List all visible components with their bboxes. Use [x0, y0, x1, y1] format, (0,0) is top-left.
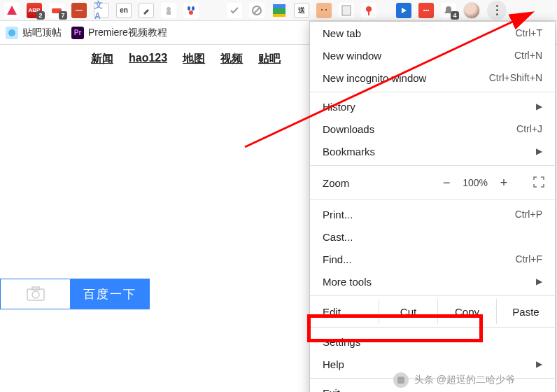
ext-dots-icon[interactable]: ••• [418, 3, 434, 18]
chrome-menu: New tab Ctrl+T New window Ctrl+N New inc… [309, 21, 556, 392]
svg-point-5 [192, 6, 195, 10]
svg-marker-16 [402, 8, 407, 13]
ext-check-icon[interactable] [227, 3, 242, 18]
ext-bell-icon[interactable]: 4 [441, 3, 456, 18]
submenu-arrow-icon: ▶ [536, 276, 542, 286]
bookmark-label: Premiere视频教程 [88, 27, 167, 39]
svg-rect-20 [32, 287, 39, 290]
submenu-arrow-icon: ▶ [536, 146, 542, 156]
menu-new-window[interactable]: New window Ctrl+N [310, 44, 555, 66]
svg-point-7 [253, 6, 261, 15]
svg-line-8 [254, 8, 260, 13]
menu-new-tab[interactable]: New tab Ctrl+T [310, 22, 555, 44]
key-badge: 7 [59, 11, 67, 20]
menu-separator [310, 200, 555, 200]
menu-separator [310, 165, 555, 166]
search-wrap: 百度一下 [0, 279, 150, 309]
svg-rect-3 [167, 11, 171, 15]
ext-script-icon[interactable] [161, 3, 176, 18]
svg-rect-1 [52, 8, 62, 13]
abp-badge: 2 [36, 11, 45, 20]
fullscreen-icon[interactable] [533, 176, 545, 190]
ext-play-icon[interactable] [396, 3, 411, 18]
nav-hao123[interactable]: hao123 [129, 52, 167, 66]
extensions-bar: ABP 2 7 — 文A en 送 ••• 4 [0, 0, 557, 21]
menu-find[interactable]: Find... Ctrl+F [310, 248, 555, 270]
svg-point-15 [366, 6, 372, 12]
bookmark-icon [6, 27, 18, 39]
menu-separator [310, 327, 555, 328]
chrome-menu-button[interactable] [487, 1, 507, 20]
nav-news[interactable]: 新闻 [91, 52, 113, 66]
ext-en-icon[interactable]: en [116, 3, 132, 18]
submenu-arrow-icon: ▶ [536, 102, 542, 111]
bookmark-item-premiere[interactable]: Pr Premiere视频教程 [71, 27, 167, 39]
search-button-label: 百度一下 [83, 286, 136, 302]
nav-video[interactable]: 视频 [220, 52, 243, 66]
menu-paste[interactable]: Paste [496, 299, 555, 324]
menu-cast[interactable]: Cast... [310, 225, 555, 248]
menu-separator [310, 92, 555, 92]
svg-rect-23 [397, 377, 404, 384]
user-avatar[interactable] [463, 2, 480, 19]
menu-downloads[interactable]: Downloads Ctrl+J [310, 118, 555, 140]
svg-point-4 [188, 6, 190, 10]
ext-circle-cn-icon[interactable]: 送 [294, 3, 309, 18]
menu-separator [310, 295, 555, 296]
ext-triangle-icon[interactable] [4, 3, 20, 18]
premiere-icon: Pr [71, 27, 84, 39]
svg-marker-0 [7, 6, 17, 15]
nav-tieba[interactable]: 贴吧 [258, 52, 281, 66]
ext-doc-icon[interactable] [339, 3, 354, 18]
svg-point-17 [8, 29, 15, 36]
menu-history[interactable]: History ▶ [310, 95, 555, 118]
zoom-in-button[interactable]: + [499, 176, 509, 190]
bell-badge: 4 [451, 11, 459, 20]
menu-zoom: Zoom − 100% + [310, 169, 555, 197]
ext-brush-icon[interactable] [139, 3, 154, 18]
zoom-out-button[interactable]: − [442, 176, 451, 190]
ext-block-icon[interactable] [249, 3, 265, 18]
menu-cut[interactable]: Cut [379, 299, 437, 324]
svg-rect-14 [342, 6, 351, 15]
menu-edit-row: Edit Cut Copy Paste [310, 299, 555, 324]
nav-map[interactable]: 地图 [183, 52, 205, 66]
watermark-logo-icon [393, 372, 409, 388]
svg-rect-10 [273, 8, 285, 14]
menu-bookmarks[interactable]: Bookmarks ▶ [310, 140, 555, 162]
menu-copy[interactable]: Copy [437, 299, 496, 324]
menu-more-tools[interactable]: More tools ▶ [310, 270, 555, 293]
svg-rect-11 [273, 14, 285, 17]
ext-pin-icon[interactable] [361, 3, 376, 18]
camera-icon[interactable] [27, 286, 45, 303]
bookmark-item-tieba[interactable]: 贴吧顶帖 [6, 27, 62, 39]
ext-baidu-icon[interactable] [183, 3, 199, 18]
ext-red-icon[interactable]: — [71, 3, 87, 18]
watermark-text: 头条 @超逗的二哈少爷 [414, 374, 515, 386]
menu-print[interactable]: Print... Ctrl+P [310, 203, 555, 225]
svg-point-19 [32, 291, 39, 298]
bookmark-label: 贴吧顶帖 [22, 27, 62, 39]
svg-rect-9 [273, 4, 285, 8]
menu-settings[interactable]: Settings [310, 330, 555, 353]
search-button[interactable]: 百度一下 [70, 279, 150, 309]
watermark: 头条 @超逗的二哈少爷 [393, 372, 515, 388]
svg-point-13 [325, 9, 327, 10]
search-input[interactable] [0, 279, 70, 309]
ext-google-icon[interactable] [272, 3, 287, 18]
svg-point-6 [189, 10, 193, 15]
ext-key-icon[interactable]: 7 [49, 3, 64, 18]
svg-point-12 [321, 9, 323, 10]
ext-translate-icon[interactable]: 文A [94, 3, 109, 18]
submenu-arrow-icon: ▶ [536, 359, 542, 369]
zoom-value: 100% [463, 177, 488, 188]
ext-face-icon[interactable] [316, 3, 332, 18]
ext-abp-icon[interactable]: ABP 2 [27, 3, 42, 18]
svg-point-2 [167, 7, 171, 11]
menu-incognito[interactable]: New incognito window Ctrl+Shift+N [310, 66, 555, 89]
